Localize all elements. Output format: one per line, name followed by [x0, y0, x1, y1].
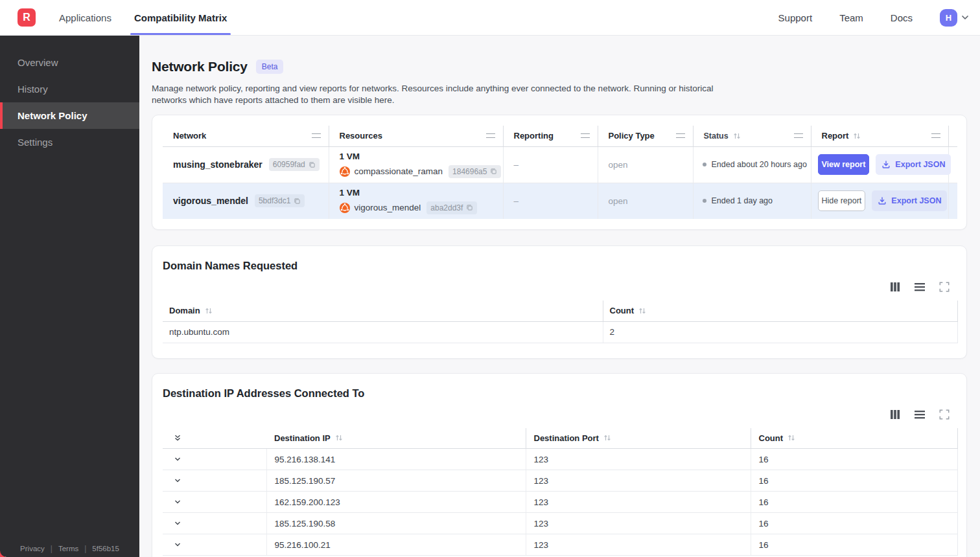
nav-tab[interactable]: Compatibility Matrix	[134, 0, 227, 35]
domains-table-header: Domain Count	[163, 301, 957, 321]
count-value: 16	[751, 492, 957, 513]
column-handle-icon[interactable]	[676, 133, 685, 138]
nav-link-support[interactable]: Support	[778, 12, 813, 23]
nav-right: Support Team Docs H	[778, 9, 970, 27]
nav-link-docs[interactable]: Docs	[891, 12, 913, 23]
sort-icon[interactable]	[603, 434, 611, 442]
destination-row[interactable]: 95.216.100.21 123 16	[163, 534, 957, 556]
expand-row-icon[interactable]	[173, 540, 261, 549]
export-json-label: Export JSON	[891, 196, 941, 205]
destination-row[interactable]: 162.159.200.123 123 16	[163, 492, 957, 513]
sidebar-item[interactable]: Settings	[0, 129, 139, 155]
user-menu[interactable]: H	[940, 9, 970, 27]
sidebar-item[interactable]: Overview	[0, 49, 139, 76]
terms-link[interactable]: Terms	[58, 545, 78, 552]
avatar[interactable]: H	[940, 9, 957, 27]
row-density-icon[interactable]	[914, 282, 926, 292]
network-row[interactable]: vigorous_mendel 5bdf3dc1 1 VM vigorous_m…	[163, 183, 957, 219]
columns-icon[interactable]	[890, 409, 900, 420]
table-toolbar	[163, 281, 950, 293]
sort-icon[interactable]	[205, 307, 213, 315]
beta-badge: Beta	[256, 60, 284, 74]
status-text: Ended 1 day ago	[712, 196, 773, 205]
sort-icon[interactable]	[788, 434, 795, 442]
sidebar-item[interactable]: Network Policy	[0, 102, 139, 129]
resource-id: aba2dd3f	[430, 203, 463, 212]
ubuntu-icon	[340, 166, 350, 177]
domains-card-title: Domain Names Requested	[163, 260, 956, 272]
resource-id-badge: 184696a5	[449, 165, 501, 178]
network-row[interactable]: musing_stonebraker 60959fad 1 VM compass…	[163, 146, 957, 183]
divider: |	[51, 544, 52, 553]
domain-row[interactable]: ntp.ubuntu.com 2	[163, 321, 957, 343]
destination-ip-value: 185.125.190.58	[266, 513, 526, 534]
destination-ip-value: 185.125.190.57	[266, 470, 526, 492]
export-json-button[interactable]: Export JSON	[872, 190, 947, 211]
network-id-badge: 5bdf3dc1	[255, 194, 305, 207]
col-domain: Domain	[169, 306, 200, 315]
vm-count: 1 VM	[340, 152, 498, 161]
column-handle-icon[interactable]	[312, 133, 321, 138]
privacy-link[interactable]: Privacy	[20, 545, 45, 552]
app-logo[interactable]: R	[18, 8, 36, 27]
export-json-button[interactable]: Export JSON	[876, 154, 951, 175]
sort-icon[interactable]	[733, 132, 741, 140]
col-resources: Resources	[340, 131, 382, 141]
sort-icon[interactable]	[638, 307, 646, 315]
report-button[interactable]: View report	[818, 154, 870, 175]
destination-row[interactable]: 185.125.190.57 123 16	[163, 470, 957, 492]
expand-row-icon[interactable]	[173, 476, 261, 485]
col-report: Report	[822, 131, 849, 141]
chevron-down-icon	[961, 13, 970, 22]
column-handle-icon[interactable]	[794, 133, 803, 138]
report-button[interactable]: Hide report	[818, 190, 866, 211]
resource-id: 184696a5	[452, 167, 487, 176]
page-description: Manage network policy, reporting and vie…	[152, 83, 719, 106]
col-status: Status	[704, 131, 729, 141]
row-density-icon[interactable]	[914, 409, 926, 420]
expand-row-icon[interactable]	[173, 519, 261, 528]
sidebar-item[interactable]: History	[0, 76, 139, 102]
network-id-badge: 60959fad	[269, 158, 320, 171]
network-id: 60959fad	[273, 160, 305, 169]
col-destination-ip: Destination IP	[274, 433, 331, 443]
status-text: Ended about 20 hours ago	[712, 160, 807, 169]
resource-name[interactable]: vigorous_mendel	[355, 203, 421, 212]
network-id: 5bdf3dc1	[259, 196, 290, 205]
fullscreen-icon[interactable]	[939, 282, 950, 292]
sort-icon[interactable]	[335, 434, 343, 442]
destination-port-value: 123	[526, 492, 751, 513]
copy-icon[interactable]	[294, 198, 301, 205]
sidebar: Overview History Network Policy Settings…	[0, 36, 139, 557]
copy-icon[interactable]	[309, 161, 316, 168]
resource-name[interactable]: compassionate_raman	[355, 166, 443, 176]
column-handle-icon[interactable]	[581, 133, 590, 138]
copy-icon[interactable]	[466, 204, 473, 211]
col-policy-type: Policy Type	[609, 131, 655, 141]
download-icon	[881, 160, 891, 169]
destination-ip-value: 95.216.138.141	[266, 449, 526, 470]
count-value: 16	[751, 449, 957, 470]
sort-icon[interactable]	[853, 132, 861, 140]
expand-row-icon[interactable]	[173, 455, 261, 464]
columns-icon[interactable]	[890, 282, 900, 292]
copy-icon[interactable]	[490, 168, 497, 175]
resource-id-badge: aba2dd3f	[426, 201, 477, 214]
destination-row[interactable]: 95.216.138.141 123 16	[163, 449, 957, 470]
export-json-label: Export JSON	[895, 160, 945, 169]
column-handle-icon[interactable]	[486, 133, 495, 138]
destination-port-value: 123	[526, 513, 751, 534]
expand-all-icon[interactable]	[173, 433, 261, 442]
destination-row[interactable]: 185.125.190.58 123 16	[163, 513, 957, 534]
col-count: Count	[759, 433, 784, 443]
network-name: vigorous_mendel	[173, 196, 248, 206]
nav-link-team[interactable]: Team	[839, 12, 863, 23]
destination-ip-value: 95.216.100.21	[266, 534, 526, 556]
destination-port-value: 123	[526, 534, 751, 556]
destination-port-value: 123	[526, 449, 751, 470]
fullscreen-icon[interactable]	[939, 409, 950, 420]
expand-row-icon[interactable]	[173, 497, 261, 506]
divider: |	[84, 544, 86, 553]
column-handle-icon[interactable]	[931, 133, 940, 138]
nav-tab[interactable]: Applications	[59, 0, 111, 35]
